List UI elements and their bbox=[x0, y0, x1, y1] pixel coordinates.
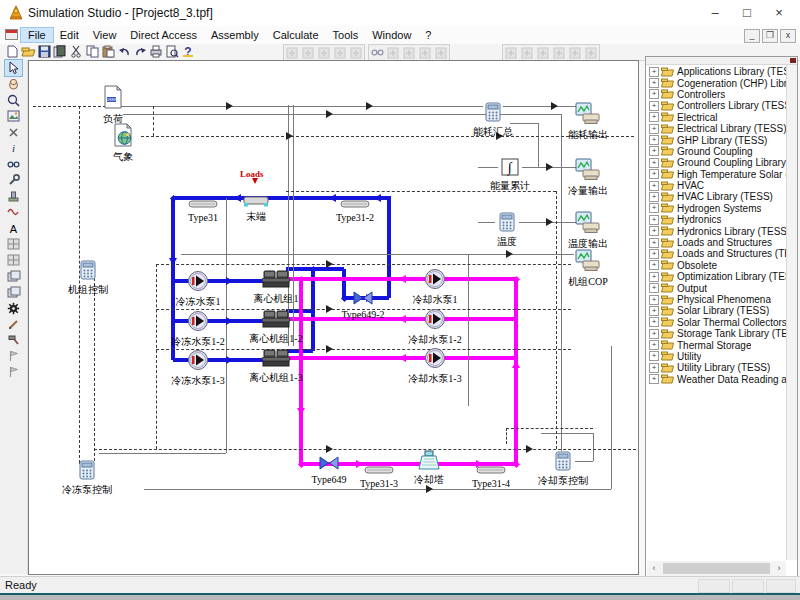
expand-icon[interactable]: + bbox=[649, 101, 659, 111]
save-icon[interactable] bbox=[36, 45, 52, 59]
panel-close-icon[interactable] bbox=[790, 58, 796, 63]
tool-pen-icon[interactable] bbox=[5, 316, 22, 332]
tree-item-applications-library-tess[interactable]: +Applications Library (TESS) bbox=[647, 66, 786, 77]
tool-stamp-icon[interactable] bbox=[5, 188, 22, 204]
component-lengque-pump-3[interactable]: 冷却水泵1-3 bbox=[391, 347, 479, 384]
menu-assembly[interactable]: Assembly bbox=[204, 28, 266, 42]
menu-help[interactable]: ? bbox=[418, 28, 438, 42]
menu-direct-access[interactable]: Direct Access bbox=[123, 28, 204, 42]
print-preview-icon[interactable] bbox=[164, 45, 180, 59]
component-load[interactable]: USER负荷 bbox=[69, 85, 157, 124]
tree-item-hydronics[interactable]: +Hydronics bbox=[647, 214, 786, 225]
menu-calculate[interactable]: Calculate bbox=[266, 28, 326, 42]
tree-item-controllers[interactable]: +Controllers bbox=[647, 89, 786, 100]
mdi-close-button[interactable]: x bbox=[780, 29, 796, 43]
paste-icon[interactable] bbox=[100, 45, 116, 59]
component-nengliang-leiji[interactable]: ∫能量累计 bbox=[466, 158, 554, 191]
tree-item-thermal-storage[interactable]: +Thermal Storage bbox=[647, 339, 786, 350]
tool-layers-b-icon[interactable] bbox=[5, 284, 22, 300]
new-icon[interactable] bbox=[4, 45, 20, 59]
component-wendu[interactable]: 温度 bbox=[463, 212, 551, 247]
component-lixin-jizu-3[interactable]: 离心机组1-3 bbox=[232, 348, 320, 383]
component-nenghao-shuchu[interactable]: 能耗输出 bbox=[544, 102, 632, 140]
expand-icon[interactable]: + bbox=[649, 295, 659, 305]
tree-item-loads-and-structures[interactable]: +Loads and Structures bbox=[647, 237, 786, 248]
scroll-right-icon[interactable]: › bbox=[772, 561, 786, 576]
component-type31-2[interactable]: Type31-2 bbox=[311, 194, 399, 223]
expand-icon[interactable]: + bbox=[649, 112, 659, 122]
maximize-button[interactable]: □ bbox=[732, 4, 762, 23]
expand-icon[interactable]: + bbox=[649, 135, 659, 145]
component-jizu-cop[interactable]: 机组COP bbox=[544, 249, 632, 287]
tree-item-electrical[interactable]: +Electrical bbox=[647, 112, 786, 123]
tree-item-utility-library-tess[interactable]: +Utility Library (TESS) bbox=[647, 362, 786, 373]
expand-icon[interactable]: + bbox=[649, 215, 659, 225]
menu-file[interactable]: File bbox=[21, 28, 53, 42]
expand-icon[interactable]: + bbox=[649, 351, 659, 361]
print-icon[interactable] bbox=[148, 45, 164, 59]
tree-item-obsolete[interactable]: +Obsolete bbox=[647, 260, 786, 271]
copy-icon[interactable] bbox=[84, 45, 100, 59]
tree-item-ground-coupling[interactable]: +Ground Coupling bbox=[647, 146, 786, 157]
tool-layers-a-icon[interactable] bbox=[5, 268, 22, 284]
tool-grid-b-icon[interactable] bbox=[5, 252, 22, 268]
status-resize-grip[interactable] bbox=[766, 579, 796, 593]
tool-info-icon[interactable]: i bbox=[5, 140, 22, 156]
component-lixin-jizu-1[interactable]: 离心机组1 bbox=[232, 269, 320, 304]
tool-flag-b-icon[interactable] bbox=[5, 364, 22, 380]
expand-icon[interactable]: + bbox=[649, 283, 659, 293]
tool-link-icon[interactable] bbox=[5, 156, 22, 172]
tree-item-solar-thermal-collectors[interactable]: +Solar Thermal Collectors bbox=[647, 317, 786, 328]
expand-icon[interactable]: + bbox=[649, 146, 659, 156]
component-weather[interactable]: 气象 bbox=[79, 123, 167, 162]
component-lengdongbeng-kongzhi[interactable]: 冷冻泵控制 bbox=[43, 460, 131, 495]
tree-item-ground-coupling-library-tess[interactable]: +Ground Coupling Library (TESS) bbox=[647, 157, 786, 168]
tree-horizontal-scrollbar[interactable]: ‹ › bbox=[647, 561, 786, 576]
tree-item-output[interactable]: +Output bbox=[647, 282, 786, 293]
project-canvas[interactable]: USER负荷气象Type31末端Type31-2能耗汇总能耗输出∫能量累计冷量输… bbox=[28, 60, 639, 575]
expand-icon[interactable]: + bbox=[649, 181, 659, 191]
tool-text-icon[interactable]: A bbox=[5, 220, 22, 236]
tool-grid-a-icon[interactable] bbox=[5, 236, 22, 252]
component-lengquebeng-kongzhi[interactable]: 冷却泵控制 bbox=[519, 451, 607, 486]
tool-gear-icon[interactable] bbox=[5, 300, 22, 316]
component-lengdong-pump-2[interactable]: 冷冻水泵1-2 bbox=[154, 310, 242, 347]
tool-delete-icon[interactable] bbox=[5, 124, 22, 140]
component-lengliang-shuchu[interactable]: 冷量输出 bbox=[544, 158, 632, 196]
expand-icon[interactable]: + bbox=[649, 238, 659, 248]
expand-icon[interactable]: + bbox=[649, 272, 659, 282]
tree-item-weather-data-reading-and-process[interactable]: +Weather Data Reading and Process bbox=[647, 374, 786, 385]
tree-item-cogeneration-chp-library-tess[interactable]: +Cogeneration (CHP) Library (TESS) bbox=[647, 77, 786, 88]
component-wendu-shuchu[interactable]: 温度输出 bbox=[544, 211, 632, 249]
open-icon[interactable] bbox=[20, 45, 36, 59]
expand-icon[interactable]: + bbox=[649, 78, 659, 88]
close-button[interactable]: × bbox=[764, 4, 794, 23]
expand-icon[interactable]: + bbox=[649, 158, 659, 168]
expand-icon[interactable]: + bbox=[649, 192, 659, 202]
tool-flag-a-icon[interactable] bbox=[5, 348, 22, 364]
minimize-button[interactable]: – bbox=[700, 4, 730, 23]
component-lixin-jizu-2[interactable]: 离心机组1-2 bbox=[232, 309, 320, 344]
tree-item-ghp-library-tess[interactable]: +GHP Library (TESS) bbox=[647, 134, 786, 145]
component-moduan[interactable]: 末端 bbox=[212, 193, 300, 222]
mdi-restore-button[interactable]: ❐ bbox=[762, 29, 778, 43]
expand-icon[interactable]: + bbox=[649, 329, 659, 339]
expand-icon[interactable]: + bbox=[649, 169, 659, 179]
menu-window[interactable]: Window bbox=[365, 28, 418, 42]
tree-item-optimization-library-tess[interactable]: +Optimization Library (TESS) bbox=[647, 271, 786, 282]
expand-icon[interactable]: + bbox=[649, 226, 659, 236]
component-jizu-kongzhi[interactable]: 机组控制 bbox=[44, 260, 132, 295]
tree-item-hydronics-library-tess[interactable]: +Hydronics Library (TESS) bbox=[647, 225, 786, 236]
tool-zoom-icon[interactable] bbox=[5, 92, 22, 108]
component-nenghao-huizong[interactable]: 能耗汇总 bbox=[449, 102, 537, 137]
scroll-left-icon[interactable]: ‹ bbox=[647, 561, 661, 576]
component-lengdong-pump-1[interactable]: 冷冻水泵1 bbox=[154, 270, 242, 307]
expand-icon[interactable]: + bbox=[649, 67, 659, 77]
tree-item-high-temperature-solar-tess[interactable]: +High Temperature Solar (TESS) bbox=[647, 169, 786, 180]
tree-item-hydrogen-systems[interactable]: +Hydrogen Systems bbox=[647, 203, 786, 214]
expand-icon[interactable]: + bbox=[649, 374, 659, 384]
menu-view[interactable]: View bbox=[86, 28, 124, 42]
cut-icon[interactable] bbox=[68, 45, 84, 59]
tree-item-electrical-library-tess[interactable]: +Electrical Library (TESS) bbox=[647, 123, 786, 134]
component-lengque-pump-2[interactable]: 冷却水泵1-2 bbox=[391, 308, 479, 345]
